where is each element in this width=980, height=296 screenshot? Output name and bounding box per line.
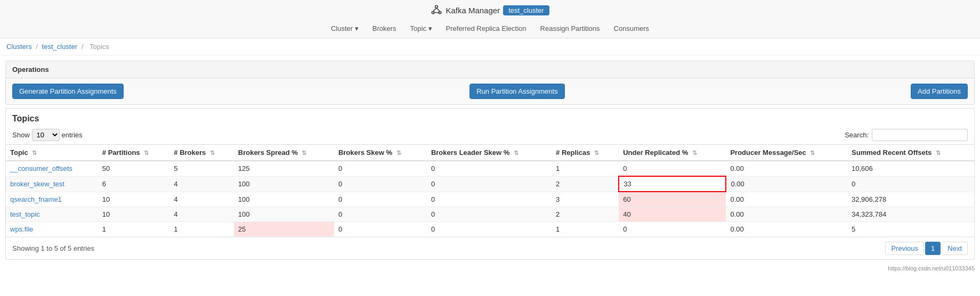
col-replicas[interactable]: # Replicas ⇅	[552, 145, 619, 161]
cell-replicas: 2	[552, 176, 619, 192]
previous-button[interactable]: Previous	[885, 242, 924, 255]
sort-icon-replicas: ⇅	[594, 150, 599, 157]
cell-under-replicated: 0	[619, 161, 726, 176]
page-1-button[interactable]: 1	[925, 242, 941, 255]
show-entries-control: Show 10 25 50 100 entries	[12, 129, 83, 141]
cell-spread: 100	[234, 176, 334, 192]
sort-icon-leader-skew: ⇅	[514, 150, 519, 157]
cell-partitions: 10	[98, 207, 170, 222]
nav-consumers[interactable]: Consumers	[608, 21, 655, 36]
showing-entries: Showing 1 to 5 of 5 entries	[12, 244, 94, 252]
cell-partitions: 6	[98, 176, 170, 192]
table-row: qsearch_fname1 10 4 100 0 0 3 60 0.00 32…	[6, 192, 974, 207]
add-partitions-btn[interactable]: Add Partitions	[911, 84, 968, 99]
topic-link[interactable]: __consumer_offsets	[10, 165, 72, 172]
col-partitions[interactable]: # Partitions ⇅	[98, 145, 170, 161]
brand: Kafka Manager test_cluster	[431, 4, 549, 16]
cell-leader-skew: 0	[427, 222, 552, 237]
col-under-replicated[interactable]: Under Replicated % ⇅	[619, 145, 726, 161]
topics-table: Topic ⇅ # Partitions ⇅ # Brokers ⇅ Broke…	[6, 144, 974, 237]
table-footer: Showing 1 to 5 of 5 entries Previous 1 N…	[6, 237, 974, 259]
brand-name: Kafka Manager	[446, 6, 500, 15]
cell-spread: 100	[234, 207, 334, 222]
topic-link[interactable]: wps.file	[10, 225, 33, 233]
nav-topic[interactable]: Topic	[404, 21, 439, 36]
nav-preferred-replica[interactable]: Preferred Replica Election	[440, 21, 533, 36]
sort-icon-under: ⇅	[692, 150, 697, 157]
sort-icon-producer: ⇅	[810, 150, 815, 157]
cell-topic: broker_skew_test	[6, 176, 98, 192]
col-brokers-skew[interactable]: Brokers Skew % ⇅	[334, 145, 427, 161]
cell-replicas: 1	[552, 222, 619, 237]
cell-offsets: 32,906,278	[847, 192, 974, 207]
cell-under-replicated: 0	[619, 222, 726, 237]
col-producer[interactable]: Producer Message/Sec ⇅	[726, 145, 847, 161]
topic-link[interactable]: qsearch_fname1	[10, 195, 62, 203]
pagination: Previous 1 Next	[885, 242, 968, 255]
cell-skew: 0	[334, 207, 427, 222]
col-brokers-leader-skew[interactable]: Brokers Leader Skew % ⇅	[427, 145, 552, 161]
cell-leader-skew: 0	[427, 176, 552, 192]
cell-topic: test_topic	[6, 207, 98, 222]
sort-icon-topic: ⇅	[32, 150, 37, 157]
topic-link[interactable]: broker_skew_test	[10, 180, 64, 188]
topics-tbody: __consumer_offsets 50 5 125 0 0 1 0 0.00…	[6, 161, 974, 237]
breadcrumb: Clusters / test_cluster / Topics	[0, 38, 980, 55]
generate-partition-btn[interactable]: Generate Partition Assignments	[12, 84, 124, 99]
nav-brokers[interactable]: Brokers	[366, 21, 403, 36]
run-partition-btn[interactable]: Run Partition Assignments	[469, 84, 564, 99]
top-nav: Kafka Manager test_cluster Cluster Broke…	[0, 0, 980, 38]
col-brokers-spread[interactable]: Brokers Spread % ⇅	[234, 145, 334, 161]
cell-offsets: 34,323,784	[847, 207, 974, 222]
sort-icon-skew: ⇅	[396, 150, 401, 157]
cell-offsets: 5	[847, 222, 974, 237]
cell-leader-skew: 0	[427, 192, 552, 207]
topic-link[interactable]: test_topic	[10, 210, 40, 218]
cell-producer: 0.00	[726, 192, 847, 207]
sort-icon-spread: ⇅	[302, 150, 306, 157]
show-label: Show	[12, 131, 30, 139]
nav-reassign[interactable]: Reassign Partitions	[534, 21, 606, 36]
cell-producer: 0.00	[726, 207, 847, 222]
cell-skew: 0	[334, 192, 427, 207]
cell-partitions: 50	[98, 161, 170, 176]
operations-title: Operations	[6, 61, 974, 78]
cell-replicas: 1	[552, 161, 619, 176]
breadcrumb-sep2: /	[82, 43, 84, 51]
entries-select[interactable]: 10 25 50 100	[32, 129, 60, 141]
cell-replicas: 2	[552, 207, 619, 222]
sort-icon-offsets: ⇅	[936, 150, 941, 157]
col-brokers[interactable]: # Brokers ⇅	[169, 145, 233, 161]
table-row: broker_skew_test 6 4 100 0 0 2 33 0.00 0	[6, 176, 974, 192]
operations-panel: Operations Generate Partition Assignment…	[5, 61, 975, 105]
col-topic[interactable]: Topic ⇅	[6, 145, 98, 161]
cell-offsets: 10,606	[847, 161, 974, 176]
cluster-badge[interactable]: test_cluster	[503, 5, 549, 15]
nav-cluster[interactable]: Cluster	[325, 21, 365, 36]
cell-replicas: 3	[552, 192, 619, 207]
cell-brokers: 4	[169, 207, 233, 222]
cell-under-replicated: 60	[619, 192, 726, 207]
table-header: Topic ⇅ # Partitions ⇅ # Brokers ⇅ Broke…	[6, 145, 974, 161]
topics-title: Topics	[6, 109, 974, 126]
cell-offsets: 0	[847, 176, 974, 192]
sort-icon-partitions: ⇅	[144, 150, 149, 157]
search-input[interactable]	[872, 129, 968, 141]
breadcrumb-clusters[interactable]: Clusters	[6, 43, 32, 51]
cell-leader-skew: 0	[427, 161, 552, 176]
cell-spread: 100	[234, 192, 334, 207]
breadcrumb-cluster[interactable]: test_cluster	[42, 43, 77, 51]
table-row: __consumer_offsets 50 5 125 0 0 1 0 0.00…	[6, 161, 974, 176]
cell-producer: 0.00	[726, 222, 847, 237]
svg-line-3	[433, 8, 436, 11]
url-bar: https://blog.csdn.net/u011033345	[0, 263, 980, 274]
nav-links: Cluster Brokers Topic Preferred Replica …	[0, 19, 980, 38]
cell-producer: 0.00	[726, 176, 847, 192]
next-button[interactable]: Next	[942, 242, 968, 255]
cell-under-replicated: 40	[619, 207, 726, 222]
svg-line-4	[436, 8, 440, 11]
col-offsets[interactable]: Summed Recent Offsets ⇅	[847, 145, 974, 161]
operations-body: Generate Partition Assignments Run Parti…	[6, 78, 974, 104]
table-row: wps.file 1 1 25 0 0 1 0 0.00 5	[6, 222, 974, 237]
cell-brokers: 5	[169, 161, 233, 176]
